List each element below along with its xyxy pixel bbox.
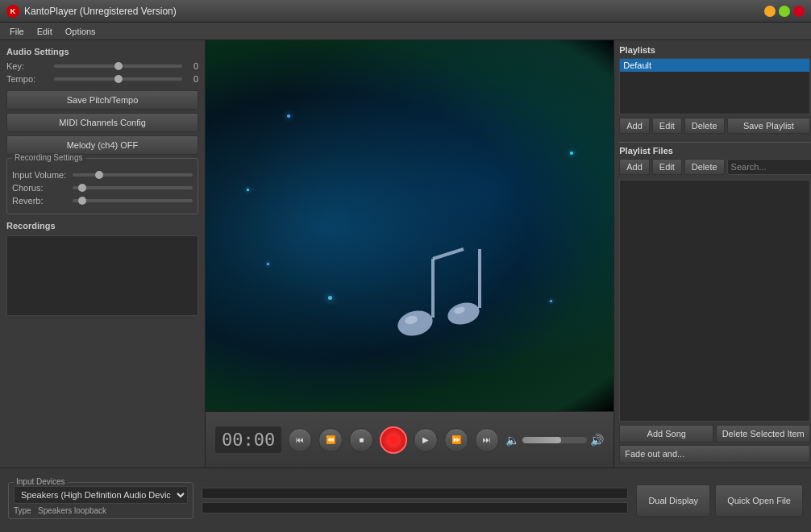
volume-control: 🔈 🔊 — [505, 434, 604, 447]
playlist-edit-button[interactable]: Edit — [652, 118, 682, 134]
playlist-files-list[interactable] — [619, 180, 810, 422]
titlebar: K KantoPlayer (Unregistered Version) — [0, 0, 811, 23]
center-panel: 00:00 ⏮ ⏪ ■ ▶ ⏩ ⏭ 🔈 🔊 — [206, 40, 613, 468]
playlist-add-button[interactable]: Add — [619, 118, 650, 134]
audio-settings-title: Audio Settings — [6, 47, 198, 56]
playlist-delete-button[interactable]: Delete — [684, 118, 725, 134]
audio-settings: Audio Settings Key: 0 Tempo: 0 — [6, 47, 198, 84]
menu-options[interactable]: Options — [59, 25, 102, 38]
volume-max-icon: 🔊 — [590, 434, 604, 447]
key-value: 0 — [185, 61, 198, 71]
prev-track-button[interactable]: ⏮ — [288, 428, 312, 452]
svg-point-3 — [445, 299, 481, 327]
device-type-row: Type Speakers loopback — [14, 506, 188, 515]
key-row: Key: 0 — [6, 61, 198, 71]
recordings-list — [6, 235, 198, 316]
reverb-slider[interactable] — [73, 199, 193, 202]
menu-edit[interactable]: Edit — [31, 25, 59, 38]
files-add-button[interactable]: Add — [619, 159, 650, 175]
maximize-button[interactable] — [779, 6, 790, 17]
recordings-section: Recordings — [6, 221, 198, 316]
video-background — [206, 40, 613, 411]
playlists-list[interactable]: Default — [619, 58, 810, 114]
svg-line-2 — [433, 249, 464, 259]
recordings-title: Recordings — [6, 221, 198, 231]
save-pitch-tempo-button[interactable]: Save Pitch/Tempo — [6, 90, 198, 110]
stop-button[interactable]: ■ — [349, 428, 373, 452]
key-slider[interactable] — [54, 64, 182, 68]
play-button[interactable]: ▶ — [414, 428, 438, 452]
volume-bar — [522, 437, 587, 443]
playlists-title: Playlists — [619, 45, 810, 55]
tempo-row: Tempo: 0 — [6, 74, 198, 84]
main-layout: Audio Settings Key: 0 Tempo: 0 Save Pitc… — [0, 40, 811, 468]
rewind-button[interactable]: ⏪ — [318, 428, 343, 452]
playlist-controls: Add Edit Delete Save Playlist — [619, 118, 810, 134]
playlist-item-default[interactable]: Default — [620, 59, 809, 72]
left-panel: Audio Settings Key: 0 Tempo: 0 Save Pitc… — [0, 40, 206, 468]
volume-icon: 🔈 — [505, 434, 519, 447]
delete-selected-button[interactable]: Delete Selected Item — [716, 425, 810, 443]
svg-point-0 — [395, 307, 435, 339]
key-label: Key: — [6, 61, 51, 71]
reverb-label: Reverb: — [12, 196, 73, 206]
right-panel: Playlists Default Add Edit Delete Save P… — [613, 40, 811, 468]
app-icon: K — [6, 5, 19, 18]
add-song-button[interactable]: Add Song — [619, 425, 713, 443]
menu-file[interactable]: File — [3, 25, 31, 38]
next-track-button[interactable]: ⏭ — [475, 428, 499, 452]
reverb-row: Reverb: — [12, 196, 193, 206]
recording-settings-section: Recording Settings Input Volume: Chorus:… — [6, 158, 198, 214]
input-volume-slider[interactable] — [73, 173, 193, 177]
video-area — [206, 40, 613, 411]
files-delete-button[interactable]: Delete — [684, 159, 725, 175]
progress-bar-2 — [202, 502, 628, 513]
transport-bar: 00:00 ⏮ ⏪ ■ ▶ ⏩ ⏭ 🔈 🔊 — [206, 411, 613, 468]
input-volume-label: Input Volume: — [12, 170, 73, 180]
time-display: 00:00 — [215, 426, 281, 453]
playlist-files-controls: Add Edit Delete — [619, 159, 810, 175]
tempo-label: Tempo: — [6, 74, 51, 84]
dual-display-button[interactable]: Dual Display — [636, 484, 710, 517]
music-notes-icon — [367, 194, 512, 355]
bottom-bar: Input Devices Speakers (High Definition … — [0, 468, 811, 532]
app-title: KantoPlayer (Unregistered Version) — [24, 6, 764, 17]
melody-button[interactable]: Melody (ch4) OFF — [6, 135, 198, 155]
midi-channels-button[interactable]: MIDI Channels Config — [6, 113, 198, 132]
bottom-right-buttons: Dual Display Quick Open File — [636, 484, 803, 517]
input-volume-row: Input Volume: — [12, 170, 193, 180]
progress-bar-1 — [202, 488, 628, 499]
save-playlist-button[interactable]: Save Playlist — [727, 118, 811, 134]
song-action-row: Add Song Delete Selected Item — [619, 425, 810, 443]
bottom-progress-area — [202, 488, 628, 513]
input-devices-title: Input Devices — [14, 477, 68, 486]
record-button[interactable] — [380, 426, 407, 454]
chorus-slider[interactable] — [73, 186, 193, 189]
window-controls — [764, 6, 805, 17]
input-devices-group: Input Devices Speakers (High Definition … — [8, 482, 193, 519]
device-type-label: Type — [14, 506, 31, 515]
chorus-label: Chorus: — [12, 183, 73, 193]
menubar: File Edit Options — [0, 23, 811, 40]
device-select[interactable]: Speakers (High Definition Audio Device) — [14, 486, 188, 504]
volume-fill — [522, 437, 561, 443]
search-input[interactable] — [727, 159, 811, 175]
playlist-files-title: Playlist Files — [619, 146, 810, 156]
tempo-value: 0 — [185, 74, 198, 84]
device-type-value: Speakers loopback — [38, 506, 106, 515]
minimize-button[interactable] — [764, 6, 776, 17]
fast-forward-button[interactable]: ⏩ — [444, 428, 468, 452]
fade-out-button[interactable]: Fade out and... — [619, 445, 810, 463]
tempo-slider[interactable] — [54, 77, 182, 81]
close-button[interactable] — [793, 6, 805, 17]
quick-open-file-button[interactable]: Quick Open File — [715, 484, 803, 517]
chorus-row: Chorus: — [12, 183, 193, 193]
divider-1 — [619, 142, 810, 143]
files-edit-button[interactable]: Edit — [652, 159, 682, 175]
recording-settings-title: Recording Settings — [12, 153, 85, 162]
